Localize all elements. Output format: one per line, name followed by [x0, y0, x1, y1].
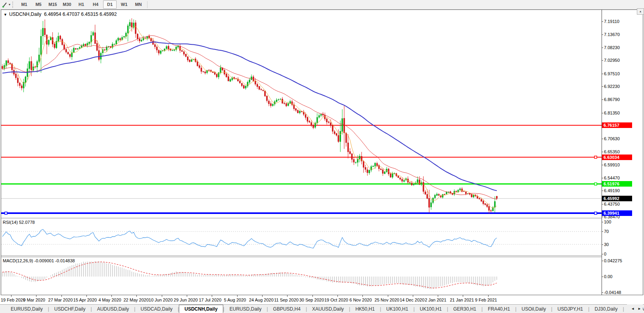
date-axis-label: 25 Nov 2020 [375, 298, 399, 302]
date-axis-tick [337, 295, 338, 297]
chart-tab-ger30-h1[interactable]: GER30,H1 [448, 305, 481, 313]
date-axis-tick [463, 295, 463, 297]
level-price-badge: 6.63034 [602, 155, 632, 160]
macd-axis-label: 0.042275 [604, 258, 622, 263]
panel-separator [1, 257, 602, 257]
level-price-badge: 6.76157 [602, 122, 632, 128]
price-axis-tick [602, 21, 603, 22]
price-axis-tick [602, 217, 603, 217]
date-axis-tick [413, 295, 413, 297]
chart-tab-eurusd-daily[interactable]: EURUSD,Daily [224, 305, 267, 313]
date-axis-tick [438, 295, 438, 297]
price-axis-label: 6.86790 [604, 97, 620, 102]
rsi-axis-tick [602, 254, 603, 254]
date-axis-tick [11, 295, 12, 297]
date-axis-label: 19 Oct 2020 [324, 298, 348, 302]
price-axis-label: 7.13670 [604, 32, 620, 37]
price-axis-tick [602, 99, 603, 100]
price-axis-tick [602, 86, 603, 87]
panel-separator[interactable] [1, 218, 602, 218]
chart-tab-usdjpy-h1[interactable]: USDJPY,H1 [552, 305, 588, 313]
mt4-terminal: ▾ M1M5M15M30H1H4D1W1MN ▼USDCNH,Daily 6.4… [0, 0, 644, 313]
timeframe-buttons: M1M5M15M30H1H4D1W1MN [17, 0, 146, 9]
chart-tab-hk50-h1[interactable]: HK50,H1 [350, 305, 380, 313]
price-axis-tick [602, 74, 603, 74]
rsi-label: RSI(14) 52.0778 [3, 220, 35, 225]
chart-tab-fra40-h1[interactable]: FRA40,H1 [483, 305, 515, 313]
date-axis-label: 27 Mar 2020 [48, 298, 73, 302]
chart-tool-dropdown-icon[interactable]: ▾ [9, 3, 10, 6]
price-axis-label: 6.59910 [604, 162, 620, 167]
price-axis-tick [602, 178, 603, 178]
panel-separator[interactable] [1, 256, 602, 256]
chart-tab-xauusd-daily[interactable]: XAUUSD,Daily [307, 305, 349, 313]
timeframe-button-m5[interactable]: M5 [32, 0, 45, 9]
chart-tab-audusd-daily[interactable]: AUDUSD,Daily [92, 305, 134, 313]
chart-title: ▼USDCNH,Daily 6.46954 6.47037 6.45315 6.… [4, 11, 117, 17]
rsi-axis-tick [602, 231, 603, 232]
level-price-badge: 6.39941 [602, 210, 632, 216]
rsi-axis-label: 30 [604, 242, 609, 247]
timeframe-button-m1[interactable]: M1 [17, 0, 31, 9]
timeframe-button-m15[interactable]: M15 [46, 0, 59, 9]
date-axis-tick [362, 295, 363, 297]
main-chart-canvas[interactable] [1, 18, 602, 218]
date-axis-tick [36, 295, 36, 297]
date-axis-tick [187, 295, 187, 297]
chart-tab-gbpusd-h4[interactable]: GBPUSD,H4 [268, 305, 306, 313]
price-axis-tick [602, 48, 603, 48]
rsi-axis-label: 100 [604, 219, 611, 224]
tab-scroll-arrows: ◄► [627, 304, 643, 313]
price-axis-tick [602, 204, 603, 204]
chart-tab-usoil-daily[interactable]: USOil,Daily [516, 305, 551, 313]
level-price-badge: 6.51976 [602, 181, 632, 187]
date-axis-label: 10 Jun 2020 [149, 298, 173, 302]
price-axis-label: 6.81350 [604, 111, 620, 115]
timeframe-button-h1[interactable]: H1 [75, 0, 88, 9]
chart-tab-usdchf-daily[interactable]: USDCHF,Daily [49, 305, 91, 313]
price-axis-label: 6.70630 [604, 136, 620, 141]
timeframe-button-w1[interactable]: W1 [117, 0, 131, 9]
macd-axis-label: 0.00 [604, 274, 612, 279]
date-axis: 19 Feb 20209 Mar 202027 Mar 202015 Apr 2… [0, 295, 644, 304]
price-axis-tick [602, 165, 603, 165]
chart-tab-eurusd-daily[interactable]: EURUSD,Daily [6, 305, 48, 313]
rsi-panel-canvas[interactable] [1, 219, 602, 256]
date-axis-label: 15 Apr 2020 [73, 298, 97, 302]
timeframe-button-h4[interactable]: H4 [89, 0, 102, 9]
date-axis-label: 14 Dec 2020 [400, 298, 424, 302]
price-axis-label: 6.54470 [604, 176, 620, 180]
timeframe-button-mn[interactable]: MN [132, 0, 145, 9]
tab-scroll-right-icon[interactable]: ► [638, 307, 641, 311]
date-axis-label: 11 Sep 2020 [274, 298, 299, 302]
date-axis-tick [162, 295, 162, 297]
macd-label: MACD(12,26,9) -0.009001 -0.014838 [3, 258, 75, 263]
chart-tab-uk100-h1[interactable]: UK100,H1 [415, 305, 447, 313]
chart-ohlc-values: 6.46954 6.47037 6.45315 6.45992 [44, 11, 117, 17]
chart-symbol-period: USDCNH,Daily [9, 11, 41, 17]
price-axis-tick [602, 60, 603, 61]
tab-scroll-left-icon[interactable]: ◄ [631, 307, 634, 311]
rsi-axis-label: 70 [604, 229, 609, 234]
chart-tab-dj30-daily[interactable]: DJ30,Daily [589, 305, 623, 313]
timeframe-toolbar: ▾ M1M5M15M30H1H4D1W1MN [0, 0, 644, 10]
timeframe-button-d1[interactable]: D1 [103, 0, 117, 9]
date-axis-tick [388, 295, 388, 297]
chart-collapse-icon[interactable]: ▼ [4, 13, 7, 17]
chart-tab-usdcnh-daily[interactable]: USDCNH,Daily [179, 305, 223, 313]
rsi-axis-tick [602, 222, 603, 222]
macd-panel-canvas[interactable] [1, 257, 602, 295]
date-axis-tick [61, 295, 62, 297]
scroll-up-button[interactable]: ▲ [637, 8, 644, 15]
timeframe-button-m30[interactable]: M30 [60, 0, 74, 9]
chart-wand-icon[interactable] [2, 2, 8, 8]
macd-axis-label: -0.04148 [604, 290, 621, 295]
date-axis-label: 17 Jul 2020 [199, 298, 221, 302]
price-axis-label: 6.49190 [604, 188, 620, 193]
date-axis-tick [212, 295, 212, 297]
date-axis-tick [136, 295, 137, 297]
date-axis-label: 4 May 2020 [98, 298, 121, 302]
chart-tab-usdcad-daily[interactable]: USDCAD,Daily [135, 305, 178, 313]
chart-tab-uk100-h1[interactable]: UK100,H1 [381, 305, 413, 313]
date-axis-label: 19 Feb 2020 [1, 298, 25, 302]
